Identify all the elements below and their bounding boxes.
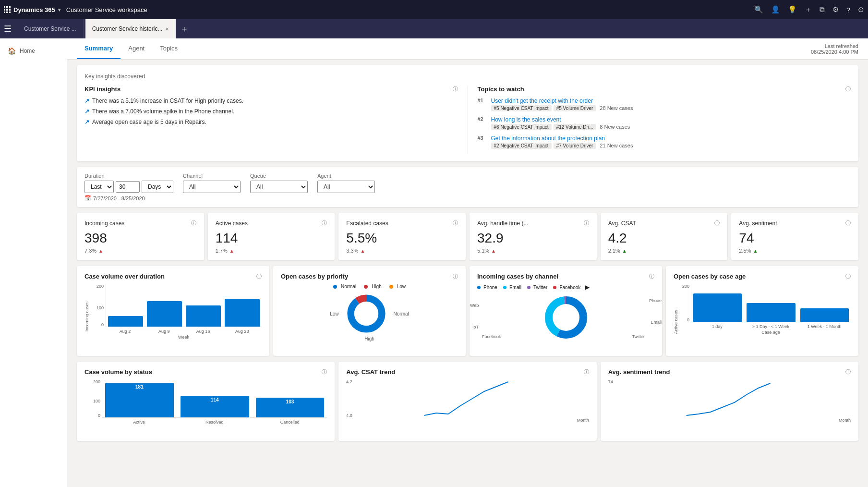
kpi-csat-arrow: ▲ [622,248,627,254]
ch-legend-facebook-label: Facebook [559,285,580,290]
filter-agent-select[interactable]: All [317,181,375,193]
settings-icon[interactable]: ⚙ [832,5,839,14]
status-bar-cancelled[interactable]: 103 [256,398,325,417]
contact-icon[interactable]: 👤 [771,5,780,14]
add-icon[interactable]: ＋ [805,5,812,14]
y-label-100: 100 [96,305,106,310]
topics-watch-title: Topics to watch [478,85,524,93]
chart-avg-csat-trend-info-icon[interactable]: ⓘ [584,368,589,376]
date-range-value: 7/27/2020 - 8/25/2020 [93,195,145,201]
chart-avg-sentiment-trend-info-icon[interactable]: ⓘ [845,368,851,376]
bar-aug23[interactable] [225,299,260,327]
bar-aug16[interactable] [186,305,221,327]
filter-duration-select[interactable]: Last [84,181,114,193]
kpi-info-icon[interactable]: ⓘ [453,85,458,93]
tab-label: Customer Service ... [24,25,76,32]
kpi-csat-value: 4.2 [608,231,720,246]
filters-row: Duration Last Days Channel [84,173,851,193]
ch-legend-email-dot [503,286,506,289]
tab-topics[interactable]: Topics [152,38,185,59]
chart-incoming-channel-info-icon[interactable]: ⓘ [649,273,654,280]
topic-link-1[interactable]: User didn't get the receipt with the ord… [491,97,633,104]
kpi-handle-change: 5.1% ▲ [477,248,589,254]
chart-case-status-info-icon[interactable]: ⓘ [322,368,327,376]
kpi-insights-title: KPI insights [84,85,121,93]
channel-legend-nav[interactable]: ▶ [585,284,590,291]
insight-arrow-1: ↗ [84,97,89,104]
sentiment-trend-container: 74 [608,379,851,418]
x-label-aug16: Aug 16 [186,329,221,334]
ch-legend-phone-label: Phone [483,285,497,290]
insight-item-3: ↗ Average open case age is 5 days in Rep… [84,119,458,125]
chart-case-volume-info-icon[interactable]: ⓘ [256,273,262,280]
status-bar-active-label: 181 [135,384,144,390]
filter-channel-select[interactable]: All [183,181,241,193]
sidebar-item-home[interactable]: 🏠 Home [0,42,67,60]
lightbulb-icon[interactable]: 💡 [788,5,797,14]
sentiment-x-month-label: Month [608,418,851,423]
charts-row-1: Case volume over duration ⓘ Incoming cas… [77,266,858,356]
app-logo[interactable]: Dynamics 365 ▾ [4,6,60,13]
tab-add-icon[interactable]: ＋ [180,23,189,35]
status-x-labels: Active Resolved Cancelled [102,418,327,425]
sidebar: 🏠 Home [0,38,67,487]
hamburger-icon[interactable]: ☰ [4,24,12,34]
topic-tag-2b: #12 Volume Dri... [554,124,596,130]
age-bar-1day[interactable] [693,293,742,322]
tab-summary-label: Summary [84,45,113,52]
filter-duration-input[interactable] [116,181,140,193]
workspace-title: Customer Service workspace [66,6,147,13]
ch-legend-email-label: Email [509,285,521,290]
tab-agent[interactable]: Agent [121,38,152,59]
insights-section-title: Key insights discovered [84,73,851,80]
channel-legend-row: Phone Email Twitter Facebook ▶ [477,284,654,291]
filter-icon[interactable]: ⧉ [820,5,825,14]
status-bar-active[interactable]: 181 [105,383,174,417]
age-x-1month: 1 Week - 1 Month [800,324,849,329]
topics-info-icon[interactable]: ⓘ [845,85,851,93]
kpi-escalated-info-icon[interactable]: ⓘ [453,219,458,227]
filters-bar: Duration Last Days Channel [77,167,858,207]
kpi-active-info-icon[interactable]: ⓘ [322,219,327,227]
user-icon[interactable]: ⊙ [858,5,864,14]
filter-queue-select[interactable]: All [250,181,308,193]
kpi-active-title: Active cases [216,220,248,227]
tab-summary[interactable]: Summary [77,38,121,59]
age-bar-1month[interactable] [800,308,849,322]
kpi-incoming-info-icon[interactable]: ⓘ [191,219,196,227]
filter-duration-unit-select[interactable]: Days [142,181,173,193]
topic-link-3[interactable]: Get the information about the protection… [491,135,633,142]
priority-legend-row: Normal High Low [281,284,458,289]
topic-link-2[interactable]: How long is the sales event [491,116,630,123]
legend-normal-label: Normal [341,284,356,289]
channel-donut-svg [542,293,590,341]
bar-aug9[interactable] [147,301,182,327]
ch-label-phone: Phone [649,298,662,303]
tab-agent-label: Agent [128,45,145,52]
filter-agent-label: Agent [317,173,375,179]
kpi-csat-info-icon[interactable]: ⓘ [714,219,720,227]
last-refreshed-label: Last refreshed [811,43,858,49]
age-bar-1week[interactable] [747,303,795,322]
close-icon[interactable]: ✕ [165,26,169,32]
chart-open-priority-info-icon[interactable]: ⓘ [453,273,458,280]
bar-aug2[interactable] [108,316,143,327]
insights-content: KPI insights ⓘ ↗ There was a 5.1% increa… [84,85,851,154]
legend-low-dot [389,285,393,289]
status-bar-resolved[interactable]: 114 [181,396,249,417]
calendar-icon: 📅 [84,195,91,201]
chart-case-volume-title: Case volume over duration [84,273,165,280]
filter-duration: Duration Last Days [84,173,173,193]
filter-channel-label: Channel [183,173,241,179]
search-icon[interactable]: 🔍 [754,5,763,14]
kpi-active-arrow: ▲ [229,248,234,254]
last-refreshed: Last refreshed 08/25/2020 4:00 PM [811,43,858,55]
help-icon[interactable]: ? [846,6,850,14]
kpi-handle-info-icon[interactable]: ⓘ [584,219,589,227]
kpi-incoming-change: 7.3% ▲ [84,248,196,254]
tab-cs-summary[interactable]: Customer Service ... [17,19,84,38]
chart-open-age-info-icon[interactable]: ⓘ [845,273,851,280]
status-bar-resolved-label: 114 [211,397,219,402]
kpi-sentiment-info-icon[interactable]: ⓘ [845,219,851,227]
tab-cs-historic[interactable]: Customer Service historic... ✕ [85,19,177,38]
